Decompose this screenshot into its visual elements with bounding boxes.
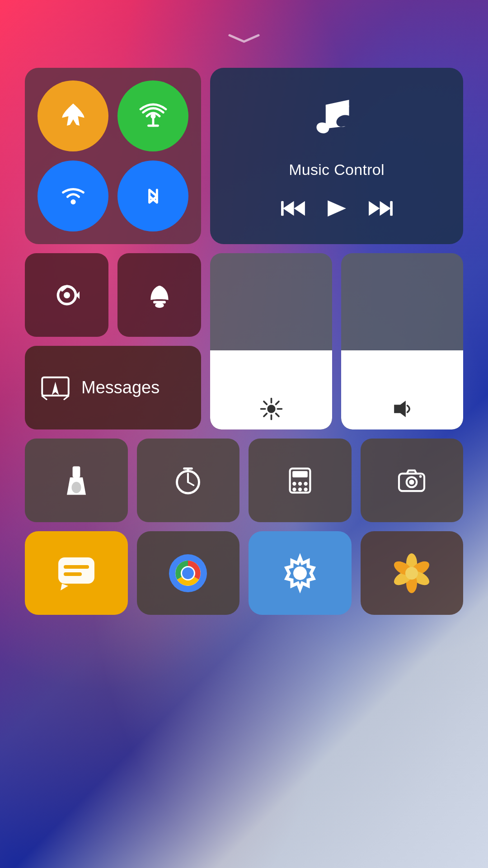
next-button[interactable] (365, 197, 394, 222)
flashlight-button[interactable] (25, 439, 128, 522)
calculator-button[interactable] (249, 439, 352, 522)
svg-marker-6 (294, 201, 305, 216)
svg-point-33 (71, 481, 81, 493)
music-label: Music Control (289, 161, 385, 179)
play-button[interactable] (322, 197, 352, 222)
svg-point-21 (267, 405, 275, 413)
svg-point-16 (155, 302, 164, 307)
bluetooth-button[interactable] (117, 160, 188, 231)
svg-rect-4 (326, 104, 349, 108)
svg-rect-7 (281, 201, 284, 216)
svg-line-36 (188, 482, 194, 485)
svg-point-41 (292, 481, 296, 485)
svg-point-49 (409, 479, 414, 484)
messages-app-button[interactable] (25, 531, 128, 615)
svg-rect-53 (64, 565, 89, 569)
svg-point-43 (304, 481, 307, 485)
svg-point-44 (292, 487, 296, 491)
svg-marker-8 (328, 200, 346, 217)
svg-point-14 (64, 292, 70, 298)
airplane-mode-button[interactable] (38, 80, 108, 151)
svg-point-50 (419, 475, 422, 478)
svg-marker-30 (394, 401, 406, 417)
svg-rect-40 (292, 471, 308, 477)
timer-button[interactable] (137, 439, 240, 522)
petal-app-button[interactable] (361, 531, 464, 615)
screen-timeout-button[interactable]: Messages (25, 346, 201, 429)
svg-point-3 (70, 199, 75, 204)
screen-timeout-label: Messages (81, 377, 160, 398)
svg-point-67 (405, 567, 418, 580)
wifi-signal-button[interactable] (117, 80, 188, 151)
svg-point-46 (304, 487, 307, 491)
volume-slider[interactable] (341, 253, 463, 429)
svg-marker-9 (369, 201, 380, 216)
music-panel[interactable]: Music Control (210, 68, 463, 244)
svg-marker-10 (380, 201, 390, 216)
chrome-app-button[interactable] (137, 531, 240, 615)
svg-point-45 (298, 487, 302, 491)
chevron-handle[interactable] (25, 32, 463, 45)
svg-rect-54 (64, 572, 82, 576)
rotation-lock-button[interactable] (25, 253, 108, 337)
svg-line-27 (276, 414, 278, 416)
settings-app-button[interactable] (249, 531, 352, 615)
connectivity-panel (25, 68, 201, 244)
svg-marker-5 (283, 201, 294, 216)
brightness-slider[interactable] (210, 253, 332, 429)
svg-rect-11 (390, 201, 393, 216)
svg-marker-52 (61, 584, 68, 590)
svg-marker-20 (52, 382, 59, 395)
svg-line-26 (264, 401, 267, 404)
music-note-icon (312, 91, 361, 142)
svg-line-29 (264, 414, 267, 416)
svg-point-58 (182, 567, 194, 579)
svg-line-28 (276, 401, 278, 404)
wifi-button[interactable] (38, 160, 108, 231)
screen-timeout-icon (41, 375, 70, 400)
svg-rect-51 (58, 557, 94, 584)
camera-button[interactable] (361, 439, 464, 522)
prev-button[interactable] (279, 197, 309, 222)
svg-point-42 (298, 481, 302, 485)
svg-point-60 (293, 566, 307, 580)
do-not-disturb-button[interactable] (117, 253, 201, 337)
music-controls (279, 197, 394, 222)
svg-rect-31 (72, 466, 80, 477)
